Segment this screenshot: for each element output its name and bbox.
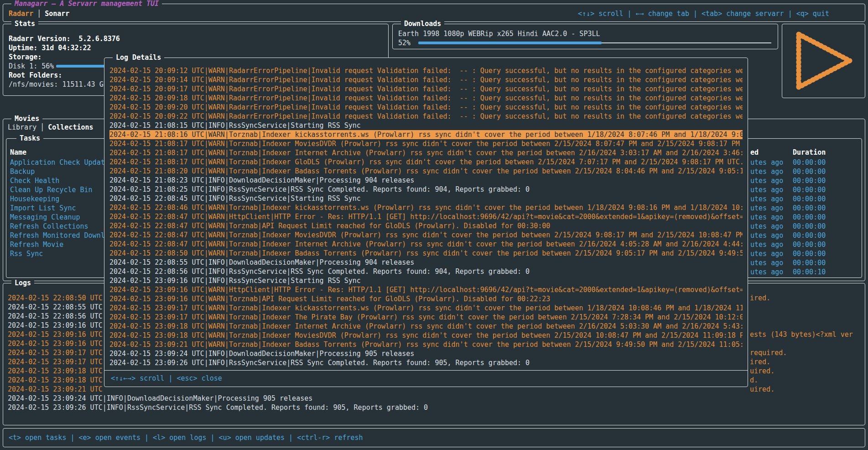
- task-row[interactable]: Application Check Updat: [10, 158, 107, 167]
- task-row[interactable]: Messaging Cleanup: [10, 213, 107, 222]
- log-row-fragment: [750, 339, 863, 348]
- log-detail-row[interactable]: 2024-02-15 21:08:20 UTC|WARN|Torznab|Ind…: [109, 167, 743, 176]
- tab-sonarr[interactable]: Sonarr: [45, 10, 69, 18]
- stats-title: Stats: [11, 19, 38, 28]
- task-duration: 00:00:00: [793, 177, 826, 185]
- log-detail-row[interactable]: 2024-02-15 23:09:17 UTC|WARN|Torznab|Ind…: [109, 303, 743, 313]
- log-detail-row[interactable]: 2024-02-15 23:09:26 UTC|INFO|RssSyncServ…: [109, 358, 743, 367]
- task-row[interactable]: Housekeeping: [10, 194, 107, 204]
- log-detail-row[interactable]: 2024-02-15 23:09:18 UTC|WARN|Torznab|Ind…: [109, 331, 743, 340]
- log-row[interactable]: 2024-02-15 23:09:18 UTC: [8, 376, 105, 385]
- download-percent: 52%: [398, 38, 411, 47]
- log-detail-row[interactable]: 2024-02-15 23:09:24 UTC|INFO|DownloadDec…: [109, 349, 743, 358]
- task-duration: 00:00:00: [793, 259, 826, 267]
- log-row-fragment: ired.: [750, 357, 863, 366]
- log-row[interactable]: 2024-02-15 23:09:17 UTC: [8, 348, 105, 357]
- task-executed-fragment: utes ago: [750, 185, 793, 194]
- task-row-right: utes ago00:00:00: [750, 158, 860, 167]
- task-row[interactable]: Refresh Monitored Downl: [10, 231, 107, 240]
- log-detail-row[interactable]: 2024-02-15 21:08:17 UTC|WARN|Torznab|Ind…: [109, 139, 743, 148]
- task-row[interactable]: Backup: [10, 167, 107, 176]
- task-row[interactable]: Refresh Movie: [10, 240, 107, 249]
- log-row[interactable]: 2024-02-15 23:09:26 UTC|INFO|RssSyncServ…: [8, 403, 861, 412]
- task-row[interactable]: Import List Sync: [10, 204, 107, 213]
- log-detail-row[interactable]: 2024-02-15 22:08:55 UTC|INFO|DownloadDec…: [109, 258, 743, 267]
- log-detail-row[interactable]: 2024-02-15 23:09:17 UTC|WARN|Torznab|Ind…: [109, 313, 743, 322]
- task-executed-fragment: utes ago: [750, 158, 793, 167]
- log-detail-row[interactable]: 2024-02-15 20:09:14 UTC|WARN|RadarrError…: [109, 75, 743, 84]
- log-details-rows: 2024-02-15 20:09:12 UTC|WARN|RadarrError…: [109, 66, 743, 367]
- log-row[interactable]: 2024-02-15 23:09:16 UTC: [8, 321, 105, 330]
- task-row-right: utes ago00:00:00: [750, 258, 860, 267]
- log-detail-row[interactable]: 2024-02-15 22:08:45 UTC|INFO|RssSyncServ…: [109, 194, 743, 203]
- log-detail-row[interactable]: 2024-02-15 22:08:56 UTC|INFO|RssSyncServ…: [109, 267, 743, 276]
- task-row[interactable]: Check Health: [10, 176, 107, 185]
- log-row[interactable]: 2024-02-15 23:09:16 UTC: [8, 339, 105, 348]
- tab-separator: │: [33, 10, 45, 18]
- download-progressbar-fill: [418, 42, 602, 44]
- tab-collections[interactable]: Collections: [48, 123, 93, 131]
- log-detail-row[interactable]: 2024-02-15 20:09:17 UTC|WARN|RadarrError…: [109, 84, 743, 94]
- log-detail-row[interactable]: 2024-02-15 21:08:23 UTC|INFO|DownloadDec…: [109, 176, 743, 185]
- log-detail-row[interactable]: 2024-02-15 23:09:16 UTC|WARN|HttpClient|…: [109, 285, 743, 294]
- log-detail-row[interactable]: 2024-02-15 20:09:12 UTC|WARN|RadarrError…: [109, 66, 743, 75]
- log-detail-row[interactable]: 2024-02-15 23:09:18 UTC|WARN|Torznab|Ind…: [109, 322, 743, 331]
- log-row[interactable]: 2024-02-15 22:08:55 UTC: [8, 303, 105, 312]
- logs-title: Logs: [11, 278, 34, 288]
- tab-radarr[interactable]: Radarr: [9, 10, 33, 18]
- task-duration: 00:00:10: [793, 268, 826, 276]
- log-detail-row[interactable]: 2024-02-15 22:08:47 UTC|WARN|Torznab|Ind…: [109, 240, 743, 249]
- task-executed-fragment: utes ago: [750, 231, 793, 240]
- log-detail-row[interactable]: 2024-02-15 22:08:50 UTC|WARN|Torznab|Ind…: [109, 249, 743, 258]
- log-detail-row[interactable]: 2024-02-15 21:08:25 UTC|INFO|RssSyncServ…: [109, 185, 743, 194]
- log-detail-row[interactable]: 2024-02-15 21:08:16 UTC|WARN|Torznab|Ind…: [109, 130, 743, 139]
- bottom-bar: <t> open tasks | <e> open events | <l> o…: [3, 428, 865, 447]
- log-row[interactable]: 2024-02-15 23:09:24 UTC|INFO|DownloadDec…: [8, 394, 861, 403]
- task-duration: 00:00:00: [793, 231, 826, 240]
- task-executed-fragment: utes ago: [750, 222, 793, 231]
- log-detail-row[interactable]: 2024-02-15 21:08:15 UTC|INFO|RssSyncServ…: [109, 121, 743, 130]
- tab-library[interactable]: Library: [8, 123, 36, 131]
- stats-storage-label: Storage:: [9, 52, 42, 62]
- log-detail-row[interactable]: 2024-02-15 23:09:16 UTC|WARN|Torznab|API…: [109, 294, 743, 303]
- task-duration: 00:00:00: [793, 222, 826, 230]
- log-details-keybind-help: <↑↓←→> scroll | <esc> close: [111, 374, 222, 383]
- app-title: Managarr — A Servarr management TUI: [11, 0, 162, 8]
- stats-rootfolders-label: Root Folders:: [9, 71, 62, 80]
- task-executed-fragment: utes ago: [750, 204, 793, 213]
- task-row-right: utes ago00:00:00: [750, 204, 860, 213]
- task-executed-fragment: utes ago: [750, 249, 793, 258]
- logs-left-list: 2024-02-15 22:08:50 UTC2024-02-15 22:08:…: [8, 293, 105, 394]
- log-detail-row[interactable]: 2024-02-15 20:09:20 UTC|WARN|RadarrError…: [109, 103, 743, 112]
- tasks-right-header: edDuration: [750, 148, 826, 157]
- task-executed-fragment: utes ago: [750, 213, 793, 222]
- log-detail-row[interactable]: 2024-02-15 21:08:17 UTC|WARN|Torznab|Ind…: [109, 157, 743, 167]
- task-row[interactable]: Rss Sync: [10, 249, 107, 258]
- log-detail-row[interactable]: 2024-02-15 22:08:47 UTC|WARN|Torznab|API…: [109, 221, 743, 230]
- log-detail-row[interactable]: 2024-02-15 21:08:17 UTC|WARN|Torznab|Ind…: [109, 148, 743, 157]
- task-executed-fragment: utes ago: [750, 167, 793, 176]
- task-executed-fragment: utes ago: [750, 176, 793, 185]
- log-details-title: Log Details: [113, 53, 164, 62]
- log-row[interactable]: 2024-02-15 23:09:17 UTC: [8, 357, 105, 366]
- log-row[interactable]: 2024-02-15 22:08:56 UTC: [8, 312, 105, 321]
- task-row[interactable]: Refresh Collections: [10, 222, 107, 231]
- log-detail-row[interactable]: 2024-02-15 20:09:22 UTC|WARN|RadarrError…: [109, 112, 743, 121]
- log-detail-row[interactable]: 2024-02-15 20:09:18 UTC|WARN|RadarrError…: [109, 94, 743, 103]
- log-row-fragment: [750, 312, 863, 321]
- log-row[interactable]: 2024-02-15 23:09:16 UTC: [8, 330, 105, 339]
- task-row[interactable]: Clean Up Recycle Bin: [10, 185, 107, 194]
- download-item-name[interactable]: Earth 1998 1080p WEBRip x265 Hindi AAC2.…: [398, 29, 600, 38]
- log-detail-row[interactable]: 2024-02-15 23:09:21 UTC|WARN|Torznab|Ind…: [109, 340, 743, 349]
- log-detail-row[interactable]: 2024-02-15 22:08:47 UTC|WARN|Torznab|Ind…: [109, 230, 743, 240]
- log-row[interactable]: 2024-02-15 22:08:50 UTC: [8, 293, 105, 303]
- log-detail-row[interactable]: 2024-02-15 22:08:46 UTC|WARN|Torznab|Ind…: [109, 203, 743, 212]
- log-row[interactable]: 2024-02-15 23:09:21 UTC: [8, 385, 105, 394]
- log-detail-row[interactable]: 2024-02-15 23:09:16 UTC|INFO|RssSyncServ…: [109, 276, 743, 285]
- log-row-fragment: [750, 303, 863, 312]
- log-row[interactable]: 2024-02-15 23:09:18 UTC: [8, 366, 105, 376]
- movies-tabs: Library│Collections: [8, 123, 94, 132]
- logs-full-list: 2024-02-15 23:09:24 UTC|INFO|DownloadDec…: [8, 394, 861, 412]
- log-detail-row[interactable]: 2024-02-15 22:08:47 UTC|WARN|HttpClient|…: [109, 212, 743, 221]
- stats-version: Radarr Version: 5.2.6.8376: [9, 34, 120, 43]
